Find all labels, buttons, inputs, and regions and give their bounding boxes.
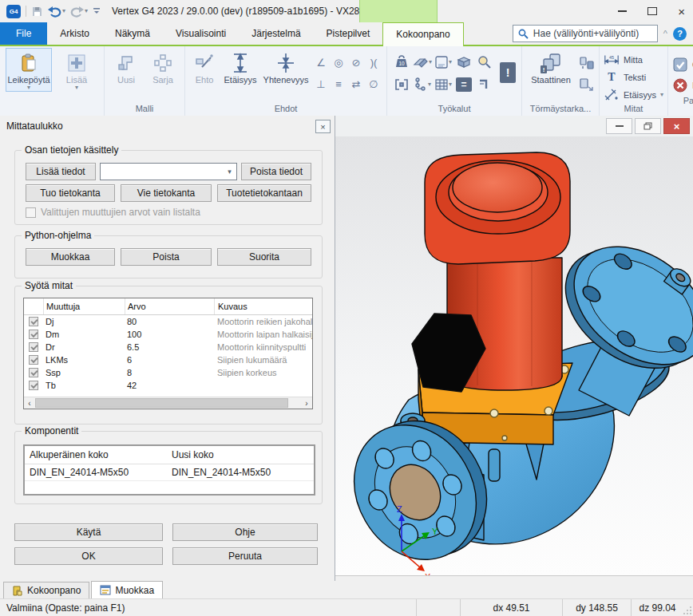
doc-tab-muokkaa[interactable]: Muokkaa xyxy=(91,581,163,598)
pump-assembly-model[interactable]: Z Y X xyxy=(335,136,693,575)
vie-tietokanta-button[interactable]: Vie tietokanta xyxy=(121,184,212,202)
tangent-constraint-icon[interactable]: ⊘ xyxy=(352,57,361,69)
save-button[interactable] xyxy=(31,6,43,18)
checkbox-icon[interactable] xyxy=(26,207,36,218)
scroll-right-icon[interactable]: › xyxy=(301,399,312,408)
ehto-button[interactable]: Ehto xyxy=(189,48,220,85)
col-muuttuja[interactable]: Muuttuja xyxy=(43,298,125,314)
viewport-close-icon[interactable]: × xyxy=(663,118,690,134)
search-input[interactable]: Hae (välilyönti+välilyönti) xyxy=(513,25,658,42)
kayta-button[interactable]: Käytä xyxy=(14,523,163,541)
row-checkbox-icon[interactable] xyxy=(29,381,38,390)
staattinen-button[interactable]: ! Staattinen xyxy=(526,48,576,85)
row-checkbox-icon[interactable] xyxy=(29,342,38,352)
doc-tab-kokoonpano[interactable]: Kokoonpano xyxy=(3,582,89,598)
scrollbar-thumb[interactable] xyxy=(35,398,288,408)
help-icon[interactable]: ? xyxy=(673,27,687,41)
mitta-button[interactable]: 45 Mitta xyxy=(604,51,663,69)
fix-constraint-icon[interactable]: ∅ xyxy=(369,78,378,90)
row-checkbox-icon[interactable] xyxy=(29,368,38,377)
suorita-button[interactable]: Suorita xyxy=(217,248,311,266)
tab-nakyma[interactable]: Näkymä xyxy=(102,22,163,45)
combobox-caret-icon[interactable]: ▾ xyxy=(223,164,236,180)
ok-button[interactable]: OK xyxy=(672,54,693,75)
tab-kokoonpano[interactable]: Kokoonpano xyxy=(382,22,463,46)
equals-tool-button[interactable]: = xyxy=(456,77,472,92)
info-tool-icon[interactable]: ▾ xyxy=(434,55,452,69)
yhtenevyys-button[interactable]: Yhtenevyys xyxy=(261,48,311,85)
pipe-tool-icon[interactable] xyxy=(477,77,492,92)
tuotetietokantaan-button[interactable]: Tuotetietokantaan xyxy=(217,184,311,202)
table-row[interactable]: LKMs 6 Siipien lukumäärä xyxy=(24,353,312,366)
table-row[interactable]: Ssp 8 Siipien korkeus xyxy=(24,366,312,379)
tab-arkisto[interactable]: Arkisto xyxy=(47,22,102,45)
muokkaa-button[interactable]: Muokkaa xyxy=(26,248,115,266)
uusi-button[interactable]: Uusi xyxy=(109,48,144,85)
poista-button[interactable]: Poista xyxy=(121,248,212,266)
undo-caret-icon[interactable]: ▾ xyxy=(62,8,65,14)
symmetry-constraint-icon[interactable]: )( xyxy=(370,57,378,69)
collapse-ribbon-icon[interactable]: ^ xyxy=(663,29,667,38)
table-tool-icon[interactable]: ▾ xyxy=(434,78,452,91)
lisaa-button[interactable]: Lisää ▾ xyxy=(53,48,100,92)
minimize-icon[interactable] xyxy=(618,10,627,12)
equal-length-constraint-icon[interactable]: ≡ xyxy=(335,78,342,90)
concentric-constraint-icon[interactable]: ◎ xyxy=(334,57,343,69)
maximize-icon[interactable] xyxy=(647,7,657,15)
teksti-button[interactable]: T Teksti xyxy=(604,69,663,86)
close-icon[interactable]: × xyxy=(678,6,685,18)
table-row[interactable]: Tb 42 xyxy=(24,379,312,392)
valittujen-checkbox-row[interactable]: Valittujen muuttujien arvot vain listalt… xyxy=(26,207,200,218)
customize-qat-button[interactable] xyxy=(93,8,101,14)
app-logo-icon[interactable]: G4 xyxy=(6,5,21,18)
poistu-button[interactable]: Poistu xyxy=(672,75,693,96)
tab-visualisointi[interactable]: Visualisointi xyxy=(163,22,239,45)
peruuta-button[interactable]: Peruuta xyxy=(172,547,318,565)
compare-parts-icon[interactable] xyxy=(579,56,595,73)
viewport-restore-icon[interactable] xyxy=(635,118,661,134)
box-tool-icon[interactable] xyxy=(457,56,471,69)
resize-grip[interactable] xyxy=(683,605,693,616)
dialog-close-icon[interactable]: × xyxy=(315,120,331,133)
poista-tiedot-button[interactable]: Poista tiedot xyxy=(241,163,311,180)
parallel-constraint-icon[interactable]: ⇄ xyxy=(352,78,361,90)
tab-pistepilvet[interactable]: Pistepilvet xyxy=(314,22,383,45)
col-arvo[interactable]: Arvo xyxy=(125,298,214,314)
component-row-empty[interactable] xyxy=(25,480,314,497)
tiedot-combobox[interactable]: ▾ xyxy=(100,163,237,180)
tab-jarjestelma[interactable]: Järjestelmä xyxy=(239,22,313,45)
warning-tool-button[interactable]: ! xyxy=(500,62,516,83)
weight-tool-icon[interactable]: 10 xyxy=(394,55,409,69)
perpendicular-constraint-icon[interactable]: ⊥ xyxy=(316,78,325,90)
schematic-tool-icon[interactable]: ▾ xyxy=(414,77,431,92)
angle-constraint-icon[interactable]: ∠ xyxy=(316,57,326,69)
scroll-left-icon[interactable]: ‹ xyxy=(24,399,35,408)
clamp-tool-icon[interactable] xyxy=(394,78,409,91)
tab-file[interactable]: File xyxy=(0,22,47,45)
leikepoyta-button[interactable]: Leikepöytä ▾ xyxy=(6,48,52,92)
ohje-button[interactable]: Ohje xyxy=(172,523,318,541)
etaisyys-mitta-button[interactable]: Etäisyys ▾ xyxy=(604,86,663,104)
sarja-button[interactable]: Sarja xyxy=(145,48,180,85)
table-row[interactable]: Dr 6.5 Moottorin kiinnityspultti xyxy=(24,341,312,353)
zoom-tool-icon[interactable] xyxy=(477,55,492,69)
row-checkbox-icon[interactable] xyxy=(29,330,38,339)
move-part-icon[interactable] xyxy=(579,77,595,94)
tuo-tietokanta-button[interactable]: Tuo tietokanta xyxy=(26,184,115,202)
undo-button[interactable]: ▾ xyxy=(48,6,65,18)
row-checkbox-icon[interactable] xyxy=(29,355,38,365)
redo-button[interactable]: ▾ xyxy=(70,6,88,18)
table-row[interactable]: Dm 100 Moottorin laipan halkaisija xyxy=(24,328,312,341)
viewport-canvas[interactable]: Z Y X xyxy=(335,136,693,576)
table-row[interactable]: Dj 80 Moottorin reikien jakohalk xyxy=(24,315,312,328)
viewport-minimize-icon[interactable] xyxy=(606,118,632,134)
lisaa-tiedot-button[interactable]: Lisää tiedot xyxy=(26,163,96,180)
etaisyys-button[interactable]: Etäisyys xyxy=(221,48,259,85)
component-row[interactable]: DIN_EN_24014-M5x50 DIN_EN_24014-M5x50 xyxy=(25,464,314,480)
col-kuvaus[interactable]: Kuvaus xyxy=(214,298,312,314)
profile-tool-icon[interactable]: ▾ xyxy=(413,55,432,69)
row-checkbox-icon[interactable] xyxy=(29,317,38,326)
horizontal-scrollbar[interactable]: ‹ › xyxy=(24,397,312,409)
dialog-ok-button[interactable]: OK xyxy=(14,547,163,565)
redo-caret-icon[interactable]: ▾ xyxy=(85,8,88,14)
